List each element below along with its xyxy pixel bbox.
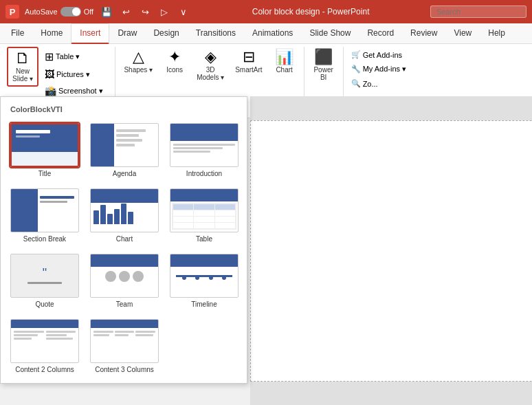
present-icon[interactable]: ▷ — [157, 4, 172, 19]
window-title: Color block design - PowerPoint — [197, 7, 425, 17]
new-slide-icon: 🗋 — [15, 51, 30, 66]
zoom-label: Zo... — [363, 80, 378, 88]
slide-layout-dropdown: ColorBlockVTI Title — [0, 96, 247, 118]
tab-animations[interactable]: Animations — [244, 23, 301, 43]
my-addins-label: My Add-ins ▾ — [363, 65, 406, 74]
tab-slideshow[interactable]: Slide Show — [301, 23, 359, 43]
autosave-section: AutoSave Off — [25, 7, 93, 17]
tab-record[interactable]: Record — [359, 23, 402, 43]
smartart-icon: ⊟ — [243, 50, 255, 65]
table-label: Table ▾ — [56, 52, 80, 61]
chart-button[interactable]: 📊 Chart — [269, 47, 300, 76]
icons-label: Icons — [166, 66, 183, 74]
new-slide-button[interactable]: 🗋 NewSlide ▾ — [7, 47, 38, 87]
search-input[interactable] — [430, 6, 527, 18]
chart-label: Chart — [276, 66, 292, 74]
powerbi-button[interactable]: ⬛ PowerBI — [309, 47, 339, 84]
slide-area — [250, 96, 532, 118]
zoom-button[interactable]: 🔍 Zo... — [348, 77, 410, 90]
shapes-label: Shapes ▾ — [124, 66, 153, 74]
tab-help[interactable]: Help — [480, 23, 513, 43]
redo-icon[interactable]: ↪ — [137, 4, 153, 19]
my-addins-button[interactable]: 🔧 My Add-ins ▾ — [348, 63, 410, 76]
tab-review[interactable]: Review — [402, 23, 445, 43]
customize-icon[interactable]: ∨ — [176, 4, 191, 19]
get-addins-icon: 🛒 — [351, 50, 361, 59]
tab-design[interactable]: Design — [145, 23, 187, 43]
powerbi-icon: ⬛ — [314, 50, 333, 65]
table-button[interactable]: ⊞ Table ▾ — [41, 48, 111, 65]
tab-view[interactable]: View — [445, 23, 480, 43]
tab-home[interactable]: Home — [32, 23, 71, 43]
powerbi-label: PowerBI — [313, 66, 333, 81]
smartart-label: SmartArt — [235, 66, 262, 74]
save-icon[interactable]: 💾 — [99, 4, 114, 19]
my-addins-icon: 🔧 — [351, 65, 361, 74]
quick-access-toolbar: 💾 ↩ ↪ ▷ ∨ — [99, 4, 191, 19]
app-logo: P — [5, 5, 19, 19]
title-bar: P AutoSave Off 💾 ↩ ↪ ▷ ∨ Color block des… — [0, 0, 532, 23]
main-area — [250, 96, 532, 118]
tab-file[interactable]: File — [3, 23, 32, 43]
tab-transitions[interactable]: Transitions — [188, 23, 244, 43]
chart-icon: 📊 — [275, 50, 293, 65]
3d-models-icon: ◈ — [205, 50, 217, 65]
pictures-icon: 🖼 — [45, 69, 54, 80]
table-icon: ⊞ — [45, 50, 54, 63]
zoom-icon: 🔍 — [351, 79, 361, 88]
undo-icon[interactable]: ↩ — [118, 4, 133, 19]
3d-models-button[interactable]: ◈ 3DModels ▾ — [192, 47, 228, 84]
icons-icon: ✦ — [168, 50, 181, 65]
tab-draw[interactable]: Draw — [109, 23, 145, 43]
get-addins-button[interactable]: 🛒 Get Add-ins — [348, 48, 410, 61]
autosave-label: AutoSave — [25, 8, 58, 16]
shapes-icon: △ — [133, 50, 144, 65]
tab-insert[interactable]: Insert — [71, 23, 109, 44]
screenshot-icon: 📸 — [45, 85, 56, 96]
title-bar-right — [430, 6, 527, 18]
ribbon-tabs: File Home Insert Draw Design Transitions… — [0, 23, 532, 44]
pictures-button[interactable]: 🖼 Pictures ▾ — [41, 67, 111, 82]
theme-label: ColorBlockVTI — [8, 104, 240, 115]
3d-models-label: 3DModels ▾ — [197, 66, 224, 81]
get-addins-label: Get Add-ins — [363, 51, 402, 59]
autosave-state: Off — [84, 8, 93, 16]
autosave-toggle[interactable] — [60, 7, 81, 17]
smartart-button[interactable]: ⊟ SmartArt — [231, 47, 266, 76]
new-slide-label: NewSlide ▾ — [12, 67, 33, 83]
icons-button[interactable]: ✦ Icons — [159, 47, 190, 76]
screenshot-label: Screenshot ▾ — [58, 87, 103, 96]
shapes-button[interactable]: △ Shapes ▾ — [120, 47, 157, 76]
pictures-label: Pictures ▾ — [56, 70, 90, 79]
